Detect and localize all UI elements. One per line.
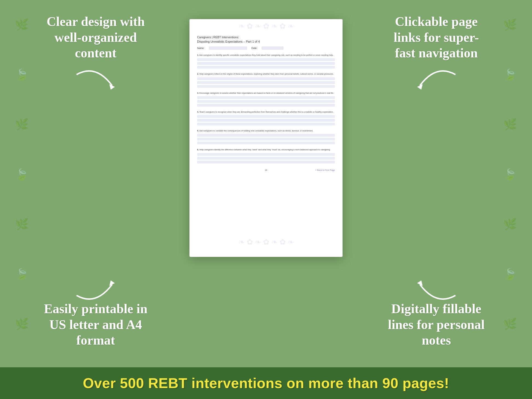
question-3-lines — [197, 96, 335, 107]
answer-line[interactable] — [197, 157, 335, 160]
answer-line[interactable] — [197, 81, 335, 84]
right-top-feature: Clickable page links for super-fast navi… — [384, 14, 488, 94]
easily-printable-text: Easily printable in US letter and A4 for… — [44, 301, 148, 348]
doc-title: Caregivers | REBT Interventions: — [197, 36, 335, 39]
question-5-text: 5. Ask caregivers to consider the conseq… — [197, 129, 335, 132]
arrow-right-top-icon — [74, 69, 118, 94]
right-bottom-feature: Digitally fillable lines for personal no… — [384, 276, 488, 356]
answer-line[interactable] — [197, 123, 335, 125]
question-3: 3. Encourage caregivers to assess whethe… — [197, 92, 335, 107]
question-3-text: 3. Encourage caregivers to assess whethe… — [197, 92, 335, 95]
question-6-lines — [197, 153, 335, 163]
answer-line[interactable] — [197, 161, 335, 163]
question-5: 5. Ask caregivers to consider the conseq… — [197, 129, 335, 144]
bottom-banner: Over 500 REBT interventions on more than… — [0, 367, 532, 399]
question-1: 1. Ask caregivers to identify specific u… — [197, 54, 335, 69]
question-1-text: 1. Ask caregivers to identify specific u… — [197, 54, 335, 57]
question-4-text: 4. Teach caregivers to recognize when th… — [197, 110, 335, 113]
question-2-text: 2. Help caregivers reflect on the origin… — [197, 72, 335, 75]
answer-line[interactable] — [197, 119, 335, 122]
question-5-lines — [197, 134, 335, 144]
date-label: Date: — [252, 47, 258, 49]
document: ❧ ✿ ❧ ✿ ❧ ✿ ❧ Caregivers | REBT Interven… — [189, 19, 343, 257]
left-bottom-feature: Easily printable in US letter and A4 for… — [44, 276, 148, 356]
answer-line[interactable] — [197, 115, 335, 118]
answer-line[interactable] — [197, 153, 335, 156]
question-2-lines — [197, 77, 335, 88]
answer-line[interactable] — [197, 66, 335, 69]
question-1-lines — [197, 58, 335, 69]
document-container: ❧ ✿ ❧ ✿ ❧ ✿ ❧ Caregivers | REBT Interven… — [156, 14, 376, 367]
content-area: Clear design with well-organized content… — [0, 0, 532, 399]
answer-line[interactable] — [197, 58, 335, 61]
date-field[interactable] — [262, 46, 283, 50]
question-4-lines — [197, 115, 335, 125]
clickable-links-text: Clickable page links for super-fast navi… — [384, 14, 488, 61]
name-label: Name: — [197, 47, 204, 49]
arrow-left-top-icon — [414, 69, 458, 94]
left-top-feature: Clear design with well-organized content — [44, 14, 148, 94]
doc-fields: Name: Date: — [197, 46, 335, 50]
question-6-text: 6. Help caregivers identify the differen… — [197, 148, 335, 151]
doc-decoration-top: ❧ ✿ ❧ ✿ ❧ ✿ ❧ — [189, 19, 343, 33]
arrow-left-bottom-icon — [414, 276, 458, 301]
doc-decoration-bottom: ❧ ✿ ❧ ✿ ❧ ✿ ❧ — [189, 235, 343, 249]
answer-line[interactable] — [197, 77, 335, 80]
answer-line[interactable] — [197, 104, 335, 107]
doc-footer: 16 + Back to First Page — [197, 167, 335, 171]
question-2: 2. Help caregivers reflect on the origin… — [197, 72, 335, 87]
answer-line[interactable] — [197, 100, 335, 103]
clear-design-text: Clear design with well-organized content — [44, 14, 148, 61]
answer-line[interactable] — [197, 134, 335, 137]
question-4: 4. Teach caregivers to recognize when th… — [197, 110, 335, 125]
name-field[interactable] — [209, 46, 247, 50]
answer-line[interactable] — [197, 138, 335, 140]
answer-line[interactable] — [197, 62, 335, 65]
banner-text: Over 500 REBT interventions on more than… — [83, 375, 449, 391]
answer-line[interactable] — [197, 96, 335, 99]
answer-line[interactable] — [197, 85, 335, 88]
digitally-fillable-text: Digitally fillable lines for personal no… — [384, 301, 488, 348]
arrow-right-bottom-icon — [74, 276, 118, 301]
back-link[interactable]: + Back to First Page — [289, 169, 335, 171]
answer-line[interactable] — [197, 142, 335, 144]
question-6: 6. Help caregivers identify the differen… — [197, 148, 335, 163]
doc-subtitle: Disputing Unrealistic Expectations – Par… — [197, 40, 335, 43]
page-number: 16 — [243, 169, 289, 171]
